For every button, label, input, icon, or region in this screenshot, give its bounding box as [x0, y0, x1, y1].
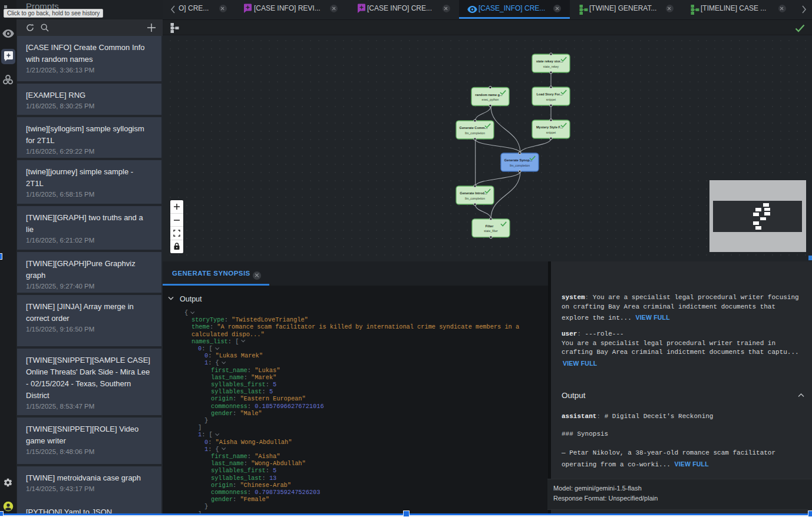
svg-text:Load Story For...: Load Story For... — [536, 92, 563, 96]
svg-text:state_rekey: state_rekey — [543, 65, 559, 68]
svg-text:snippet: snippet — [546, 131, 556, 134]
svg-text:Filter: Filter — [486, 224, 494, 228]
svg-text:random name g...: random name g... — [475, 93, 503, 97]
svg-text:Generate Introd...: Generate Introd... — [460, 191, 487, 195]
svg-text:llm_completion: llm_completion — [465, 197, 485, 200]
svg-text:state_filter: state_filter — [484, 229, 498, 233]
svg-text:state rekey stor...: state rekey stor... — [536, 59, 563, 63]
svg-text:llm_completion: llm_completion — [465, 131, 485, 135]
svg-text:exec_python: exec_python — [482, 98, 499, 101]
svg-text:Mystery Style F...: Mystery Style F... — [536, 125, 563, 129]
svg-text:Generate Synop...: Generate Synop... — [504, 158, 533, 162]
svg-text:llm_completion: llm_completion — [510, 164, 530, 167]
svg-text:snippet: snippet — [546, 98, 556, 101]
svg-text:Generate Comm...: Generate Comm... — [460, 126, 488, 130]
